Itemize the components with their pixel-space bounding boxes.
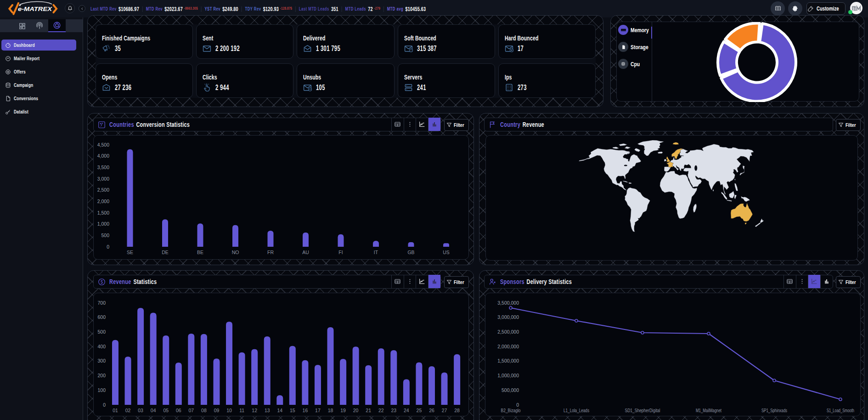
svg-text:0: 0 bbox=[516, 402, 519, 408]
svg-text:FR: FR bbox=[267, 250, 274, 255]
svg-text:AU: AU bbox=[302, 250, 309, 255]
svg-text:US: US bbox=[443, 250, 450, 255]
svg-text:500,000: 500,000 bbox=[502, 387, 519, 393]
svg-text:1,000: 1,000 bbox=[97, 221, 109, 227]
svg-text:3,500,000: 3,500,000 bbox=[497, 300, 519, 306]
svg-text:4,000: 4,000 bbox=[97, 153, 109, 159]
svg-text:300: 300 bbox=[97, 358, 106, 363]
svg-text:15: 15 bbox=[290, 408, 295, 413]
svg-text:FI: FI bbox=[338, 250, 343, 255]
svg-text:03: 03 bbox=[138, 408, 143, 413]
svg-text:09: 09 bbox=[214, 408, 220, 413]
svg-text:3,000,000: 3,000,000 bbox=[497, 314, 519, 320]
svg-text:S1_Load_Smooth: S1_Load_Smooth bbox=[827, 408, 854, 413]
svg-text:SE: SE bbox=[127, 250, 133, 255]
svg-text:200: 200 bbox=[97, 373, 106, 378]
svg-text:1,500,000: 1,500,000 bbox=[497, 358, 519, 363]
svg-text:SP1_Sphinxads: SP1_Sphinxads bbox=[761, 408, 787, 413]
svg-text:05: 05 bbox=[163, 408, 169, 413]
svg-text:500: 500 bbox=[97, 329, 106, 335]
svg-text:500: 500 bbox=[101, 233, 109, 238]
svg-text:04: 04 bbox=[151, 408, 156, 413]
svg-text:28: 28 bbox=[454, 408, 460, 413]
svg-text:06: 06 bbox=[176, 408, 181, 413]
svg-text:17: 17 bbox=[315, 408, 321, 413]
svg-text:3,500: 3,500 bbox=[97, 165, 109, 170]
svg-text:20: 20 bbox=[353, 408, 359, 413]
svg-text:1,500: 1,500 bbox=[97, 210, 109, 216]
svg-text:24: 24 bbox=[404, 408, 409, 413]
svg-text:L1_Lola_Leads: L1_Lola_Leads bbox=[564, 408, 589, 413]
svg-text:GB: GB bbox=[407, 250, 414, 255]
svg-text:2,000: 2,000 bbox=[97, 199, 109, 204]
svg-text:700: 700 bbox=[97, 300, 106, 306]
svg-text:10: 10 bbox=[226, 408, 232, 413]
svg-text:16: 16 bbox=[303, 408, 308, 413]
svg-text:400: 400 bbox=[97, 344, 106, 349]
svg-text:18: 18 bbox=[328, 408, 333, 413]
svg-text:27: 27 bbox=[442, 408, 447, 413]
svg-text:100: 100 bbox=[97, 387, 106, 393]
svg-text:21: 21 bbox=[366, 408, 371, 413]
svg-text:22: 22 bbox=[378, 408, 384, 413]
svg-text:0: 0 bbox=[107, 244, 109, 250]
svg-text:12: 12 bbox=[252, 408, 257, 413]
svg-text:19: 19 bbox=[340, 408, 346, 413]
svg-text:3,000: 3,000 bbox=[97, 176, 109, 182]
svg-text:01: 01 bbox=[113, 408, 118, 413]
svg-text:SD1_ShepherDigital: SD1_ShepherDigital bbox=[625, 408, 660, 413]
svg-text:2,000,000: 2,000,000 bbox=[497, 344, 519, 349]
svg-text:M1_MailMagnet: M1_MailMagnet bbox=[696, 408, 721, 413]
svg-text:14: 14 bbox=[277, 408, 282, 413]
svg-text:1,000,000: 1,000,000 bbox=[497, 373, 519, 378]
svg-text:0: 0 bbox=[103, 402, 106, 408]
svg-text:13: 13 bbox=[265, 408, 270, 413]
svg-text:2,500: 2,500 bbox=[97, 187, 109, 193]
svg-text:NO: NO bbox=[232, 250, 239, 255]
svg-text:25: 25 bbox=[417, 408, 422, 413]
svg-text:IT: IT bbox=[374, 250, 378, 255]
svg-text:600: 600 bbox=[97, 314, 106, 320]
svg-text:07: 07 bbox=[189, 408, 194, 413]
svg-text:08: 08 bbox=[201, 408, 207, 413]
svg-text:11: 11 bbox=[239, 408, 244, 413]
svg-text:4,500: 4,500 bbox=[97, 142, 109, 148]
svg-text:26: 26 bbox=[429, 408, 434, 413]
svg-text:2,500,000: 2,500,000 bbox=[497, 329, 519, 335]
svg-text:02: 02 bbox=[125, 408, 131, 413]
svg-text:e-MATREX: e-MATREX bbox=[18, 6, 52, 12]
svg-text:DE: DE bbox=[162, 250, 169, 255]
svg-text:23: 23 bbox=[391, 408, 396, 413]
svg-text:BE: BE bbox=[197, 250, 203, 255]
svg-text:B2_Bizaglo: B2_Bizaglo bbox=[501, 408, 521, 413]
